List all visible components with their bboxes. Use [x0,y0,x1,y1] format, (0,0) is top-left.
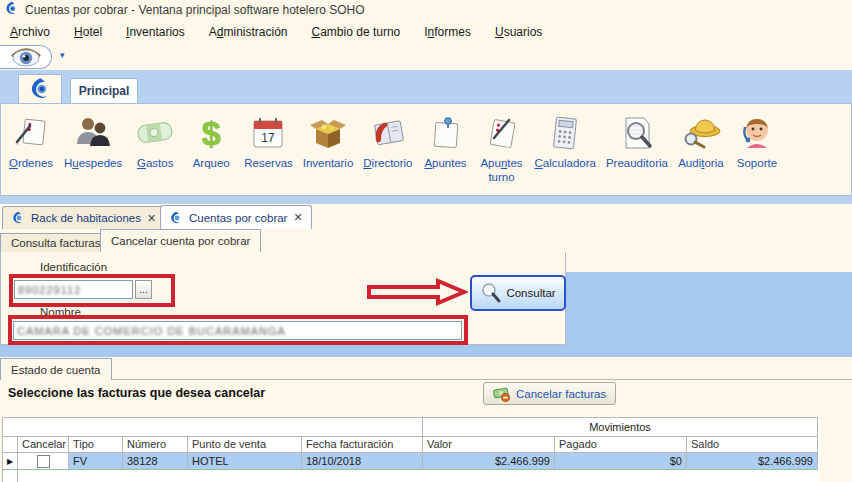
ribbon-tab-principal[interactable]: Principal [70,78,138,103]
eye-icon [9,47,43,67]
toolbar-arqueo-button[interactable]: $ Arqueo [183,108,239,172]
col-header-valor[interactable]: Valor [423,437,555,453]
ribbon-tab-band: Principal [0,70,852,103]
dollar-sign-icon: $ [202,110,221,156]
tab-estado-de-cuenta[interactable]: Estado de cuenta [0,358,112,380]
tipo-cell: FV [69,453,123,470]
toolbar-inventario-button[interactable]: Inventario [298,108,359,172]
background-strip [0,345,852,357]
toolbar-apuntes-button[interactable]: Apuntes [418,108,474,172]
tab-rack-de-habitaciones[interactable]: Rack de habitaciones ✕ [2,206,165,229]
valor-cell: $2.466.999 [423,453,555,470]
col-header-punto-de-venta[interactable]: Punto de venta [188,437,302,453]
invoices-grid: Movimientos Cancelar Tipo Número Punto d… [2,417,820,482]
instruction-text: Seleccione las facturas que desea cancel… [8,386,265,400]
lookup-ellipsis-button[interactable]: ... [135,280,152,299]
menu-inventarios[interactable]: Inventarios [126,25,185,39]
saldo-cell: $2.466.999 [687,453,818,470]
menu-administracion[interactable]: Administración [209,25,288,39]
identificacion-label: Identificación [40,261,107,273]
title-bar: Cuentas por cobrar - Ventana principal s… [0,0,852,20]
group-header-movimientos: Movimientos [423,417,818,437]
toolbar-reservas-button[interactable]: 17 Reservas [239,108,298,172]
menu-usuarios[interactable]: Usuarios [495,25,542,39]
box-icon [308,110,348,156]
col-header-numero[interactable]: Número [123,437,188,453]
note-pin-icon [429,110,463,156]
calculator-icon [550,110,580,156]
main-toolbar: Ordenes Huespedes Gastos $ Arqueo 17 Res… [0,103,852,196]
menu-archivo[interactable]: Archivo [10,25,50,39]
close-icon[interactable]: ✕ [147,212,156,225]
menu-informes[interactable]: Informes [424,25,471,39]
cancelar-facturas-button[interactable]: Cancelar facturas [483,382,616,405]
toolbar-huespedes-button[interactable]: Huespedes [59,108,127,172]
orders-notepad-icon [12,110,50,156]
identificacion-input[interactable]: 890229112 [14,280,133,299]
nombre-input[interactable]: CAMARA DE COMERCIO DE BUCARAMANGA [13,321,462,340]
ribbon-app-button[interactable] [18,74,62,103]
tab-consulta-facturas[interactable]: Consulta facturas [0,233,112,252]
document-tab-bar: Rack de habitaciones ✕ Cuentas por cobra… [0,204,852,229]
tab-cancelar-cuenta-por-cobrar[interactable]: Cancelar cuenta por cobrar [100,229,261,252]
calendar-icon: 17 [251,110,285,156]
support-agent-icon [738,110,776,156]
toolbar-auditoria-button[interactable]: Auditoria [673,108,729,172]
annotation-arrow [366,278,468,306]
toolbar-gastos-button[interactable]: Gastos [127,108,183,172]
ribbon-bottom-strip [0,196,852,204]
fecha-facturacion-cell: 18/10/2018 [302,453,423,470]
grid-header-row: Cancelar Tipo Número Punto de venta Fech… [2,437,820,453]
toolbar-calculadora-button[interactable]: Calculadora [530,108,601,172]
tab-cuentas-por-cobrar[interactable]: Cuentas por cobrar ✕ [160,205,312,229]
col-header-selector [2,437,18,453]
estado-tab-row: Estado de cuenta [0,357,852,380]
col-header-cancelar[interactable]: Cancelar [18,437,69,453]
guests-people-icon [73,110,113,156]
grid-group-row: Movimientos [2,417,820,437]
consultar-button[interactable]: Consultar [470,275,566,311]
pagado-cell: $0 [555,453,687,470]
table-row[interactable]: ▶ FV 38128 HOTEL 18/10/2018 $2.466.999 $… [2,453,820,470]
document-magnifier-icon [619,110,655,156]
app-logo-icon [4,1,19,20]
note-pen-icon [484,110,520,156]
cancelar-checkbox[interactable] [37,455,50,468]
numero-cell: 38128 [123,453,188,470]
menu-bar: Archivo Hotel Inventarios Administración… [0,20,852,44]
grid-empty-row [2,470,820,482]
svg-text:17: 17 [262,131,276,145]
magnifier-icon [480,282,502,304]
app-logo-icon [169,211,183,225]
quick-access-toolbar: ▾ [0,44,852,70]
phone-book-icon [368,110,408,156]
toolbar-preauditoria-button[interactable]: Preauditoria [601,108,673,172]
col-header-tipo[interactable]: Tipo [69,437,123,453]
row-selector-stub [2,470,18,482]
toolbar-ordenes-button[interactable]: Ordenes [3,108,59,172]
menu-cambio-de-turno[interactable]: Cambio de turno [312,25,401,39]
toolbar-apuntes-turno-button[interactable]: Apuntes turno [474,108,530,186]
nombre-label: Nombre [40,306,81,318]
qat-dropdown-icon[interactable]: ▾ [60,50,65,60]
toolbar-directorio-button[interactable]: Directorio [358,108,417,172]
app-logo-icon [28,77,52,101]
hat-magnifier-icon [680,110,722,156]
row-selector-cell: ▶ [2,453,18,470]
punto-de-venta-cell: HOTEL [188,453,302,470]
col-header-fecha-facturacion[interactable]: Fecha facturación [302,437,423,453]
money-stack-icon [134,110,176,156]
eye-button[interactable] [0,45,52,69]
col-header-saldo[interactable]: Saldo [687,437,818,453]
toolbar-soporte-button[interactable]: Soporte [729,108,785,172]
cancelar-cell [18,453,69,470]
window-title: Cuentas por cobrar - Ventana principal s… [25,3,365,17]
app-logo-icon [11,211,25,225]
menu-hotel[interactable]: Hotel [74,25,102,39]
group-blank-cell [2,417,423,437]
close-icon[interactable]: ✕ [293,211,302,224]
cancel-invoice-icon [493,386,511,402]
col-header-pagado[interactable]: Pagado [555,437,687,453]
sub-tab-bar: Consulta facturas Cancelar cuenta por co… [0,229,852,252]
